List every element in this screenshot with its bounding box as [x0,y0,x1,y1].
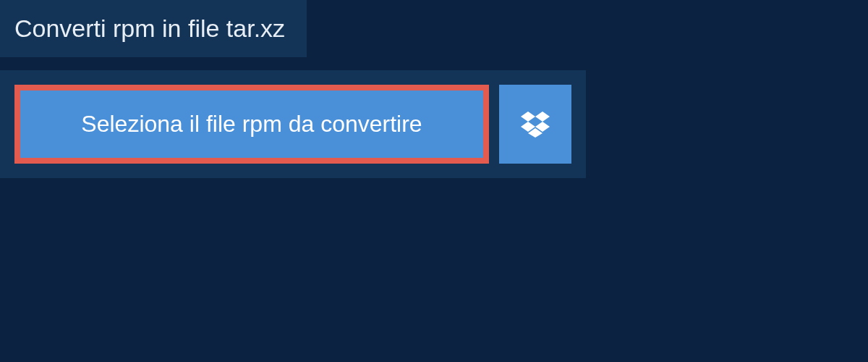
dropbox-button[interactable] [499,85,571,164]
page-title: Converti rpm in file tar.xz [14,14,285,42]
dropbox-icon [521,111,550,138]
page-title-tab: Converti rpm in file tar.xz [0,0,307,57]
svg-marker-1 [535,111,550,122]
upload-panel: Seleziona il file rpm da convertire [0,70,586,178]
svg-marker-0 [521,111,535,122]
select-file-button[interactable]: Seleziona il file rpm da convertire [14,85,489,164]
select-file-label: Seleziona il file rpm da convertire [81,111,422,138]
